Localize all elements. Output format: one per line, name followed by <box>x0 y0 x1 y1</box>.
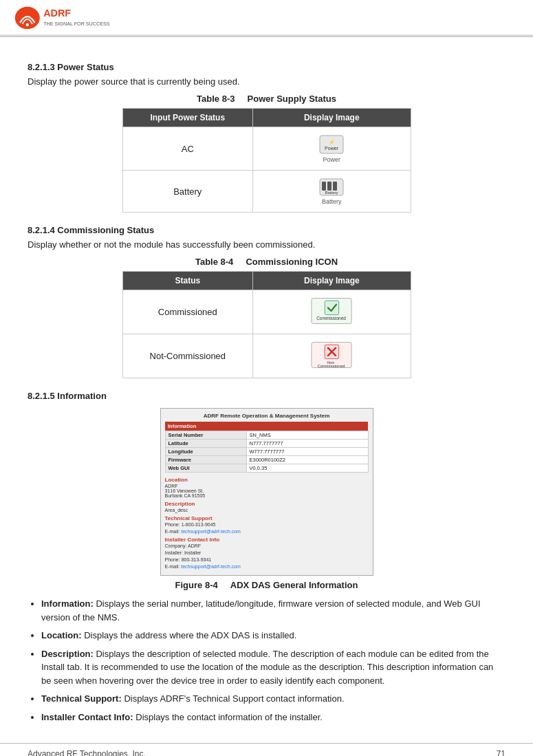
figure-container: ADRF Remote Operation & Management Syste… <box>28 408 505 576</box>
lon-label: Longitude <box>165 448 246 456</box>
section-desc-commissioning: Display whether or not the module has su… <box>28 239 505 250</box>
lat-value: N777.7777777 <box>246 440 368 448</box>
webgui-label: Web GUI <box>165 464 246 473</box>
location-text: ADRF3116 Vanowen St.Burbank CA 91505 <box>165 484 369 498</box>
svg-text:⚡: ⚡ <box>329 139 335 145</box>
svg-rect-8 <box>322 182 326 191</box>
svg-rect-4 <box>320 136 343 153</box>
page-header: ADRF THE SIGNAL FOR SUCCESS <box>0 0 533 36</box>
tech-support-phone: Phone: 1-800-313-9045 <box>165 522 369 527</box>
section-heading-information: 8.2.1.5 Information <box>28 391 505 401</box>
lat-label: Latitude <box>165 440 246 448</box>
table-row: Serial Number SN_NMS <box>165 431 368 440</box>
bullet-text-1: Displays the serial number, latitude/lon… <box>41 598 481 623</box>
table-row: AC ⚡ Power Power <box>122 127 411 171</box>
info-screen: ADRF Remote Operation & Management Syste… <box>160 408 373 576</box>
svg-text:Commissioned: Commissioned <box>317 316 347 321</box>
installer-phone: Phone: 800-313-9341 <box>165 557 369 562</box>
logo: ADRF THE SIGNAL FOR SUCCESS <box>14 6 125 30</box>
svg-rect-10 <box>333 182 337 191</box>
tech-support-email: E-mail: techsupport@adrf-tech.com <box>165 529 369 534</box>
svg-point-1 <box>26 23 30 27</box>
svg-rect-13 <box>325 301 339 314</box>
table-row: Not-Commissioned Not- Commissioned <box>122 334 411 378</box>
info-bullet-list: Information: Displays the serial number,… <box>41 597 505 724</box>
section-heading-power: 8.2.1.3 Power Status <box>28 62 505 72</box>
power-icon-box: ⚡ Power Power <box>318 134 345 163</box>
bullet-text-3: Displays the description of selected mod… <box>41 649 493 686</box>
power-table-header-status: Input Power Status <box>122 109 253 127</box>
bullet-bold-2: Location: <box>41 630 82 640</box>
tech-support-label: Technical Support <box>165 515 369 521</box>
installer-name: Installer: Installer <box>165 550 369 555</box>
comm-table-header-status: Status <box>122 272 253 290</box>
svg-rect-9 <box>327 182 331 191</box>
table-row: Battery Battery Battery <box>122 171 411 213</box>
list-item: Technical Support: Displays ADRF's Techn… <box>41 692 505 706</box>
firmware-value: E3000R0100Z2 <box>246 456 368 464</box>
list-item: Location: Displays the address where the… <box>41 629 505 642</box>
webgui-value: V0.0.35 <box>246 464 368 473</box>
section-power-status: 8.2.1.3 Power Status Display the power s… <box>28 62 505 213</box>
description-text: Area_desc <box>165 508 369 512</box>
power-icon-label: Power <box>323 156 341 163</box>
bullet-text-5: Displays the contact information of the … <box>135 712 323 722</box>
not-commissioned-icon: Not- Commissioned <box>311 341 352 369</box>
power-battery-label: Battery <box>122 171 253 213</box>
table-row: Latitude N777.7777777 <box>165 440 368 448</box>
description-label: Description <box>165 501 369 507</box>
commissioning-table: Status Display Image Commissioned <box>122 271 411 378</box>
power-icon: ⚡ Power <box>318 134 345 155</box>
commissioned-icon: Commissioned <box>311 297 352 325</box>
table-row: Commissioned Commissioned <box>122 290 411 334</box>
power-ac-label: AC <box>122 127 253 171</box>
info-table-header: Information <box>165 422 368 431</box>
commissioned-image: Commissioned <box>253 290 411 334</box>
bullet-bold-3: Description: <box>41 649 94 659</box>
table-caption-power: Table 8-3 Power Supply Status <box>28 94 505 104</box>
bullet-bold-1: Information: <box>41 598 94 609</box>
section-commissioning: 8.2.1.4 Commissioning Status Display whe… <box>28 225 505 378</box>
table-caption-commissioning: Table 8-4 Commissioning ICON <box>28 257 505 267</box>
battery-icon-label: Battery <box>322 198 342 205</box>
svg-text:Battery: Battery <box>325 191 338 195</box>
table-row: Firmware E3000R0100Z2 <box>165 456 368 464</box>
info-detail-table: Information Serial Number SN_NMS Latitud… <box>165 422 369 473</box>
battery-icon-box: Battery Battery <box>318 177 345 205</box>
adrf-logo-icon: ADRF THE SIGNAL FOR SUCCESS <box>14 6 125 30</box>
footer-company: Advanced RF Technologies, Inc. <box>28 749 146 756</box>
commissioned-label: Commissioned <box>122 290 253 334</box>
page-footer: Advanced RF Technologies, Inc. 71 <box>0 743 533 756</box>
not-commissioned-icon-box: Not- Commissioned <box>311 341 352 369</box>
power-ac-image: ⚡ Power Power <box>253 127 411 171</box>
not-commissioned-label: Not-Commissioned <box>122 334 253 378</box>
power-supply-table: Input Power Status Display Image AC ⚡ Po… <box>122 108 411 213</box>
firmware-label: Firmware <box>165 456 246 464</box>
serial-label: Serial Number <box>165 431 246 440</box>
location-label: Location <box>165 477 369 483</box>
installer-company: Company: ADRF <box>165 543 369 548</box>
footer-page-number: 71 <box>497 749 505 756</box>
table-row: Web GUI V0.0.35 <box>165 464 368 473</box>
list-item: Description: Displays the description of… <box>41 647 505 688</box>
section-desc-power: Display the power source that is current… <box>28 76 505 87</box>
power-table-header-image: Display Image <box>253 109 411 127</box>
svg-text:Power: Power <box>325 146 339 151</box>
table-row: Longitude W777.7777777 <box>165 448 368 456</box>
power-battery-image: Battery Battery <box>253 171 411 213</box>
lon-value: W777.7777777 <box>246 448 368 456</box>
commissioned-icon-box: Commissioned <box>311 297 352 325</box>
serial-value: SN_NMS <box>246 431 368 440</box>
battery-icon: Battery <box>318 177 345 197</box>
not-commissioned-image: Not- Commissioned <box>253 334 411 378</box>
bullet-bold-4: Technical Support: <box>41 693 122 704</box>
section-information: 8.2.1.5 Information ADRF Remote Operatio… <box>28 391 505 724</box>
list-item: Information: Displays the serial number,… <box>41 597 505 624</box>
comm-table-header-image: Display Image <box>253 272 411 290</box>
bullet-text-4: Displays ADRF's Technical Support contac… <box>124 693 344 704</box>
installer-label: Installer Contact Info <box>165 537 369 543</box>
main-content: 8.2.1.3 Power Status Display the power s… <box>0 37 533 736</box>
svg-text:Commissioned: Commissioned <box>318 364 345 368</box>
svg-text:THE SIGNAL FOR SUCCESS: THE SIGNAL FOR SUCCESS <box>43 21 110 27</box>
svg-text:ADRF: ADRF <box>43 8 71 19</box>
